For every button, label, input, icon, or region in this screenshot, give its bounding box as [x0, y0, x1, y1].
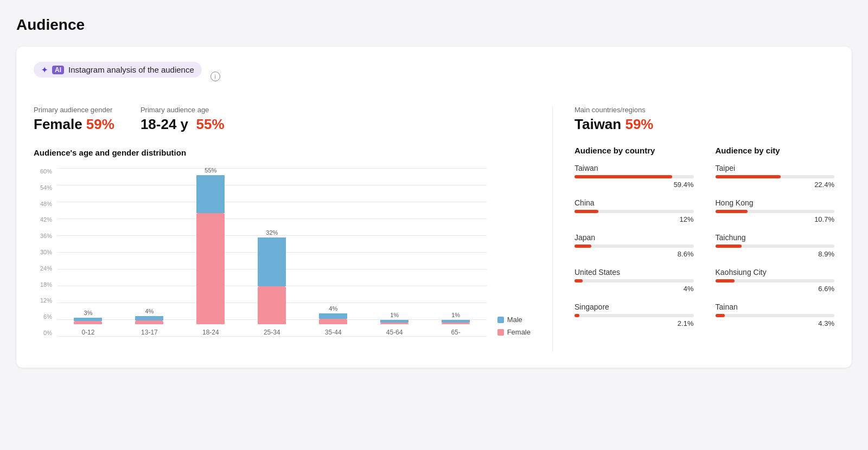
- bar-x-label: 45-64: [386, 329, 403, 336]
- y-axis: 60%54%48%42%36%30%24%18%12%6%0%: [34, 168, 55, 336]
- bar-row-fill: [716, 279, 735, 282]
- bar-row-pct: 22.4%: [716, 181, 835, 189]
- bar-row-track: [575, 314, 694, 317]
- ai-badge: ✦ AI Instagram analysis of the audience: [34, 62, 202, 78]
- bar-row-fill: [716, 210, 748, 213]
- two-col: Audience by country Taiwan59.4%China12%J…: [575, 146, 834, 337]
- gender-value: Female 59%: [34, 116, 114, 133]
- main-layout: Primary audience gender Female 59% Prima…: [34, 106, 834, 352]
- by-city-title: Audience by city: [716, 146, 835, 155]
- age-label: Primary audience age: [141, 106, 225, 114]
- chart-title: Audience's age and gender distribution: [34, 148, 531, 157]
- gender-stat: Primary audience gender Female 59%: [34, 106, 114, 133]
- bar-row-track: [716, 279, 835, 282]
- bar-group: 3%0-12: [74, 310, 102, 336]
- bar-label-top: 4%: [145, 308, 154, 314]
- bar-label-top: 1%: [451, 312, 460, 318]
- bar-group: 4%35-44: [319, 305, 347, 336]
- left-panel: Primary audience gender Female 59% Prima…: [34, 106, 531, 352]
- list-item: Taipei22.4%: [716, 164, 835, 189]
- bar-stack: [135, 316, 163, 324]
- bar-row-pct: 2.1%: [575, 319, 694, 327]
- bar-row-label: Japan: [575, 233, 694, 242]
- y-axis-label: 6%: [43, 313, 52, 320]
- list-item: China12%: [575, 198, 694, 223]
- bar-row-fill: [575, 175, 672, 178]
- by-country-section: Audience by country Taiwan59.4%China12%J…: [575, 146, 694, 337]
- bar-row-fill: [716, 245, 742, 248]
- bar-row-pct: 4%: [575, 285, 694, 293]
- list-item: Kaohsiung City6.6%: [716, 268, 835, 293]
- bar-female: [258, 286, 286, 324]
- city-bars: Taipei22.4%Hong Kong10.7%Taichung8.9%Kao…: [716, 164, 835, 327]
- bar-female: [74, 321, 102, 324]
- list-item: Japan8.6%: [575, 233, 694, 258]
- bar-row-label: Hong Kong: [716, 198, 835, 207]
- bar-row-track: [716, 245, 835, 248]
- legend-dot: [497, 329, 504, 336]
- bar-row-label: Kaohsiung City: [716, 268, 835, 277]
- info-icon[interactable]: i: [210, 72, 220, 81]
- bar-male: [196, 175, 225, 213]
- bar-row-pct: 12%: [575, 215, 694, 223]
- bar-label-top: 55%: [205, 167, 216, 173]
- bar-stack: [442, 320, 470, 324]
- bar-female: [135, 320, 163, 324]
- bar-row-label: Taiwan: [575, 164, 694, 172]
- bar-label-top: 32%: [266, 229, 278, 236]
- bar-row-pct: 6.6%: [716, 285, 835, 293]
- bar-row-fill: [575, 210, 598, 213]
- bar-row-fill: [716, 175, 781, 178]
- gender-pct: 59%: [86, 116, 114, 132]
- bar-label-top: 3%: [84, 310, 93, 316]
- country-value: Taiwan 59%: [575, 116, 834, 133]
- bar-group: 4%13-17: [135, 308, 163, 336]
- bar-label-top: 1%: [390, 312, 399, 318]
- bar-row-fill: [575, 279, 583, 282]
- ai-label: AI: [52, 66, 64, 74]
- bar-row-label: Taipei: [716, 164, 835, 172]
- bar-stack: [319, 313, 347, 324]
- bar-row-label: Tainan: [716, 303, 835, 311]
- bar-row-pct: 10.7%: [716, 215, 835, 223]
- bar-female: [196, 213, 225, 324]
- bar-female: [319, 319, 347, 324]
- bar-x-label: 65-: [451, 329, 460, 336]
- page-title: Audience: [16, 16, 852, 34]
- by-country-title: Audience by country: [575, 146, 694, 155]
- bars-area: 3%0-124%13-1755%18-2432%25-344%35-441%45…: [58, 168, 487, 336]
- bar-row-track: [575, 210, 694, 213]
- legend-item: Female: [497, 328, 531, 336]
- bar-stack: [74, 318, 102, 324]
- country-bars: Taiwan59.4%China12%Japan8.6%United State…: [575, 164, 694, 327]
- bar-label-top: 4%: [329, 305, 337, 312]
- list-item: United States4%: [575, 268, 694, 293]
- by-city-section: Audience by city Taipei22.4%Hong Kong10.…: [716, 146, 835, 337]
- bar-group: 55%18-24: [196, 167, 225, 336]
- main-card: ✦ AI Instagram analysis of the audience …: [16, 47, 852, 368]
- chart-legend: MaleFemale: [487, 316, 531, 352]
- y-axis-label: 30%: [40, 249, 52, 255]
- age-value: 18-24 y 55%: [141, 116, 225, 133]
- list-item: Tainan4.3%: [716, 303, 835, 327]
- chart-container: 60%54%48%42%36%30%24%18%12%6%0% 3%0-124%…: [34, 168, 531, 352]
- y-axis-label: 18%: [40, 281, 52, 288]
- grid-line: [58, 336, 487, 337]
- bar-row-track: [575, 175, 694, 178]
- y-axis-label: 24%: [40, 265, 52, 272]
- y-axis-label: 54%: [40, 184, 52, 191]
- y-axis-label: 60%: [40, 168, 52, 175]
- legend-item: Male: [497, 316, 531, 324]
- y-axis-label: 36%: [40, 233, 52, 239]
- bar-row-label: China: [575, 198, 694, 207]
- legend-label: Male: [507, 316, 522, 324]
- y-axis-label: 0%: [43, 330, 52, 336]
- chart-area: 60%54%48%42%36%30%24%18%12%6%0% 3%0-124%…: [34, 168, 487, 352]
- list-item: Taichung8.9%: [716, 233, 835, 258]
- bar-row-label: Singapore: [575, 303, 694, 311]
- bar-row-pct: 4.3%: [716, 319, 835, 327]
- bar-male: [319, 313, 347, 319]
- country-label: Main countries/regions: [575, 106, 834, 114]
- bar-female: [442, 323, 470, 324]
- y-axis-label: 42%: [40, 216, 52, 223]
